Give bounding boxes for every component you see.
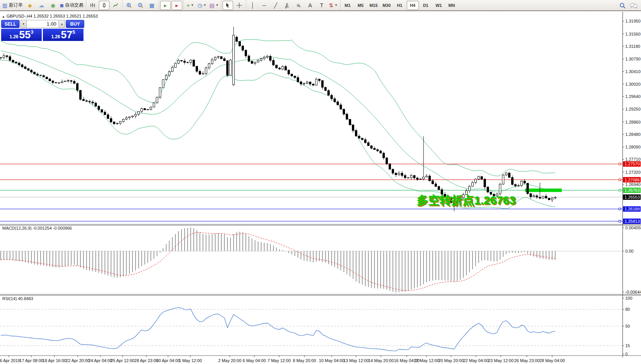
candle: [135, 114, 137, 116]
vertical-line-button[interactable]: │: [247, 1, 258, 10]
periods-button[interactable]: ◷▼: [196, 1, 208, 10]
autotrading-button[interactable]: ◙自动交易: [59, 1, 84, 10]
sell-button[interactable]: SELL: [1, 20, 20, 28]
candle: [86, 101, 88, 101]
price-tick-label: 1.31180: [625, 44, 640, 49]
periods-icon: ◷: [198, 3, 202, 8]
candle: [524, 181, 526, 183]
candle: [358, 136, 360, 138]
candle: [217, 57, 219, 57]
timeframe-m15-button[interactable]: M15: [368, 1, 380, 10]
arrows-icon: ⇅: [329, 3, 334, 8]
candle: [37, 74, 39, 75]
time-axis[interactable]: 16 Apr 201917 Apr 08:0018 Apr 16:0022 Ap…: [0, 356, 565, 363]
svg-text:100: 100: [625, 296, 632, 300]
crosshair-button[interactable]: [234, 1, 245, 10]
svg-text:0.004055: 0.004055: [625, 225, 641, 230]
trendline-button[interactable]: ╱: [270, 1, 281, 10]
candle: [273, 60, 275, 65]
turning-point-annotation[interactable]: 多空转折点1.26763: [417, 193, 515, 208]
sell-price-display[interactable]: 1.26 55 3: [1, 29, 42, 41]
candle: [168, 72, 170, 75]
chat-button[interactable]: [628, 1, 639, 10]
candle: [61, 82, 63, 83]
indicators-button[interactable]: ▤▼: [208, 1, 220, 10]
equidistant-channel-button[interactable]: ∥E: [282, 1, 293, 10]
market-watch-button[interactable]: ☁: [36, 1, 47, 10]
candle: [365, 140, 366, 143]
candlestick-chart-button[interactable]: [99, 1, 110, 10]
candle: [190, 60, 192, 63]
panel-collapse-icon[interactable]: ▲: [2, 15, 5, 18]
buy-price-display[interactable]: 1.26 57 5: [43, 29, 83, 41]
volume-stepper: ▼ 1.00 ▲: [20, 20, 65, 28]
chart-shift-icon: ▸: [175, 3, 178, 8]
candle: [331, 95, 333, 99]
candle: [361, 138, 363, 140]
main-chart-svg[interactable]: 1.319501.315601.311801.307901.304101.300…: [0, 0, 641, 364]
timeframe-m30-button[interactable]: M30: [381, 1, 393, 10]
fibonacci-button[interactable]: ≡F: [293, 1, 304, 10]
auto-scroll-button[interactable]: ▸: [160, 1, 171, 10]
bar-chart-button[interactable]: [87, 1, 98, 10]
candle: [319, 79, 320, 81]
vertical-line-icon: │: [251, 3, 255, 8]
chevron-down-icon[interactable]: ▼: [203, 3, 206, 7]
level-price-label: 1.25813: [625, 219, 640, 224]
timeframe-w1-button[interactable]: W1: [433, 1, 445, 10]
chevron-down-icon[interactable]: ▼: [216, 3, 219, 7]
buy-button[interactable]: BUY: [66, 20, 84, 28]
timeframe-m1-button[interactable]: M1: [342, 1, 354, 10]
zoom-in-button[interactable]: [124, 1, 134, 10]
candle: [389, 164, 391, 169]
search-button[interactable]: [617, 1, 628, 10]
time-tick-label: 2 May 20:00: [218, 358, 242, 363]
chevron-down-icon[interactable]: ▼: [335, 3, 338, 7]
cursor-button[interactable]: [222, 1, 233, 10]
candle: [101, 109, 103, 112]
chevron-down-icon[interactable]: ▼: [191, 3, 194, 7]
candle: [539, 197, 541, 198]
chart-symbol-header: ▲GBPUSD-,H4 1.26532 1.26553 1.26521 1.26…: [2, 14, 98, 18]
timeframe-d1-button[interactable]: D1: [420, 1, 432, 10]
signals-button[interactable]: ◉: [47, 1, 58, 10]
candle: [263, 57, 265, 59]
highlighter-button[interactable]: ◆: [25, 1, 35, 10]
timeframe-h4-button[interactable]: H4: [407, 1, 419, 10]
new-order-button[interactable]: ▥新订单: [1, 1, 24, 10]
candle: [478, 176, 480, 179]
text-label-button[interactable]: T: [316, 1, 327, 10]
timeframe-mn-button[interactable]: MN: [446, 1, 458, 10]
candle: [312, 84, 314, 85]
candle: [43, 75, 45, 77]
horizontal-levels[interactable]: [0, 163, 623, 222]
candle: [98, 106, 100, 110]
candle: [224, 59, 226, 61]
timeframe-h1-button[interactable]: H1: [394, 1, 406, 10]
zoom-out-button[interactable]: [135, 1, 146, 10]
arrows-button[interactable]: ⇅▼: [328, 1, 339, 10]
candle: [435, 184, 437, 186]
candle: [67, 81, 69, 81]
tile-windows-button[interactable]: ▦: [147, 1, 157, 10]
text-button[interactable]: A: [305, 1, 316, 10]
candle: [202, 73, 204, 74]
candle: [260, 59, 262, 60]
price-tick-label: 1.30790: [625, 57, 641, 61]
volume-decrease-button[interactable]: ▼: [20, 20, 27, 28]
candle: [392, 169, 394, 173]
candle: [334, 99, 336, 102]
price-tick-label: 1.27710: [625, 157, 641, 162]
new-chart-button[interactable]: +▼: [185, 1, 196, 10]
volume-increase-button[interactable]: ▲: [59, 20, 65, 28]
buy-price-base: 1.26: [51, 34, 60, 40]
line-chart-button[interactable]: [110, 1, 121, 10]
macd-panel: 0.0040550.00-0.006442: [0, 225, 641, 294]
horizontal-line-button[interactable]: ─: [259, 1, 270, 10]
volume-input[interactable]: 1.00: [27, 20, 59, 28]
panel-separators[interactable]: [0, 224, 641, 356]
chart-shift-button[interactable]: ▸: [172, 1, 182, 10]
green-highlight-box[interactable]: [525, 189, 562, 192]
timeframe-m5-button[interactable]: M5: [355, 1, 367, 10]
auto-scroll-icon: ▸: [164, 3, 167, 8]
